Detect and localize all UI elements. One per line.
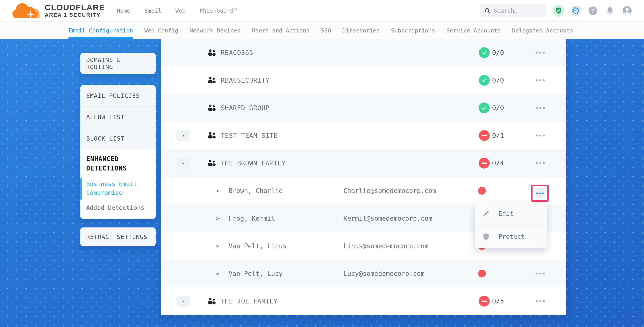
sidebar-item-allow-list[interactable]: ALLOW LIST: [80, 106, 156, 128]
pencil-icon: [482, 210, 490, 217]
svg-text:?: ?: [591, 7, 594, 14]
sidebar-item-retract-settings[interactable]: RETRACT SETTINGS: [80, 233, 156, 240]
row-menu-button[interactable]: [532, 102, 548, 114]
sidebar-card-retract: RETRACT SETTINGS: [80, 228, 156, 246]
table-row-group: › THE JOE FAMILY 0/5: [161, 287, 566, 315]
nav-email[interactable]: Email: [144, 7, 161, 14]
status-minus-icon: [479, 296, 490, 307]
active-item-accent-bar: [80, 178, 82, 200]
sidebar-card-domains: DOMAINS & ROUTING: [80, 53, 156, 74]
brand-name: CLOUDFLARE: [45, 3, 105, 12]
table-row-user: > Brown, Charlie Charlie@somedemocorp.co…: [161, 177, 566, 205]
protected-count: 0/0: [492, 39, 504, 66]
tab-service-accounts[interactable]: Service Accounts: [446, 22, 501, 39]
row-menu-button[interactable]: [532, 157, 548, 169]
collapse-group-button[interactable]: ›: [176, 158, 190, 169]
sidebar-item-domains-routing[interactable]: DOMAINS & ROUTING: [80, 56, 156, 70]
tab-subscriptions[interactable]: Subscriptions: [391, 22, 435, 39]
status-unprotected-dot: [478, 270, 486, 278]
cloudflare-cloud-icon: [10, 1, 43, 20]
tab-network-devices[interactable]: Network Devices: [190, 22, 240, 39]
menu-item-protect[interactable]: Protect: [475, 225, 547, 248]
top-header: CLOUDFLARE AREA 1 SECURITY Home Email We…: [0, 0, 644, 22]
brand-subtitle: AREA 1 SECURITY: [45, 12, 105, 18]
group-people-icon: [207, 131, 216, 140]
sidebar-item-email-policies[interactable]: EMAIL POLICIES: [80, 85, 156, 106]
cloudflare-logo[interactable]: CLOUDFLARE AREA 1 SECURITY: [10, 1, 111, 20]
groups-table: RBACO365 0/0 RBACSECURITY 0/0: [161, 39, 566, 315]
group-people-icon: [207, 76, 216, 85]
row-menu-button[interactable]: [532, 130, 548, 141]
sidebar-item-added-detections[interactable]: Added Detections: [86, 204, 144, 211]
user-name: Van Pelt, Linus: [228, 232, 286, 260]
protected-count: 0/1: [492, 122, 504, 149]
user-prefix: >: [216, 232, 219, 260]
user-prefix: >: [216, 177, 219, 205]
group-people-icon: [207, 297, 216, 306]
tab-delegated-accounts[interactable]: Delegated Accounts: [512, 22, 573, 39]
search-icon: [484, 7, 491, 14]
row-menu-button-active[interactable]: [534, 188, 545, 199]
group-people-icon: [207, 158, 216, 168]
status-minus-icon: [479, 130, 490, 141]
tab-web-config[interactable]: Web Config: [144, 22, 178, 39]
tab-sso[interactable]: SSO: [321, 22, 331, 39]
row-menu-button[interactable]: [532, 47, 548, 58]
sidebar-card-policies: EMAIL POLICIES ALLOW LIST BLOCK LIST ENH…: [80, 85, 156, 219]
expand-group-button[interactable]: ›: [176, 130, 190, 141]
table-row-group: › THE BROWN FAMILY 0/4: [161, 149, 566, 177]
table-row-group: › TEST TEAM SITE 0/1: [161, 122, 566, 149]
group-name: RBACO365: [221, 39, 253, 66]
search-input[interactable]: [494, 7, 542, 14]
row-context-menu: Edit Protect: [475, 202, 547, 248]
group-people-icon: [207, 103, 216, 113]
user-email: Charlie@somedemocorp.com: [344, 177, 436, 205]
protected-count: 0/4: [492, 149, 504, 177]
help-icon[interactable]: ?: [587, 5, 599, 17]
row-menu-button[interactable]: [532, 268, 548, 279]
app-window: CLOUDFLARE AREA 1 SECURITY Home Email We…: [0, 0, 644, 327]
security-shield-check-icon[interactable]: [552, 5, 564, 17]
secondary-nav: Email Configuration Web Config Network D…: [0, 22, 644, 39]
group-name: THE BROWN FAMILY: [221, 149, 286, 177]
sidebar-item-block-list[interactable]: BLOCK LIST: [80, 128, 156, 149]
protected-count: 0/0: [492, 66, 504, 94]
status-check-icon: [479, 102, 490, 113]
content-area: DOMAINS & ROUTING EMAIL POLICIES ALLOW L…: [0, 39, 644, 327]
group-name: THE JOE FAMILY: [221, 287, 278, 315]
user-prefix: >: [216, 260, 219, 287]
user-name: Van Pelt, Lucy: [228, 260, 283, 287]
search-box[interactable]: [480, 4, 546, 17]
user-prefix: >: [216, 205, 219, 232]
expand-group-button[interactable]: ›: [176, 296, 190, 307]
table-row-group: SHARED_GROUP 0/0: [161, 94, 566, 122]
nav-web[interactable]: Web: [175, 7, 186, 14]
tab-email-configuration[interactable]: Email Configuration: [68, 22, 133, 39]
nav-phishguard[interactable]: PhishGuard™: [200, 7, 237, 14]
menu-item-edit[interactable]: Edit: [475, 202, 547, 225]
row-menu-button[interactable]: [532, 295, 548, 307]
table-row-group: RBACSECURITY 0/0: [161, 66, 566, 94]
shield-icon: [482, 233, 490, 241]
nav-home[interactable]: Home: [117, 7, 130, 14]
tab-directories[interactable]: Directories: [342, 22, 380, 39]
user-name: Brown, Charlie: [228, 177, 283, 205]
user-email: Kermit@somedemocorp.com: [344, 205, 432, 232]
chevron-right-icon: ›: [182, 133, 185, 138]
status-check-icon: [479, 75, 490, 86]
sidebar-section-enhanced-detections: ENHANCED DETECTIONS Business Email Compr…: [80, 149, 156, 219]
account-avatar-icon[interactable]: [621, 5, 633, 17]
tab-users-and-actions[interactable]: Users and Actions: [252, 22, 310, 39]
user-name: Frog, Kermit: [228, 205, 275, 232]
settings-gear-icon[interactable]: ⚙: [570, 5, 582, 17]
chevron-right-icon: ›: [182, 298, 185, 304]
status-unprotected-dot: [478, 187, 486, 195]
protected-count: 0/0: [492, 94, 504, 122]
row-menu-button[interactable]: [532, 74, 548, 86]
sidebar-item-enhanced-detections[interactable]: ENHANCED DETECTIONS: [86, 154, 150, 173]
protected-count: 0/5: [492, 287, 504, 315]
notifications-bell-icon[interactable]: [604, 5, 616, 17]
user-email: Lucy@somedemocorp.com: [344, 260, 424, 287]
sidebar-item-business-email-compromise[interactable]: Business Email Compromise: [86, 180, 150, 197]
group-name: SHARED_GROUP: [221, 94, 270, 122]
